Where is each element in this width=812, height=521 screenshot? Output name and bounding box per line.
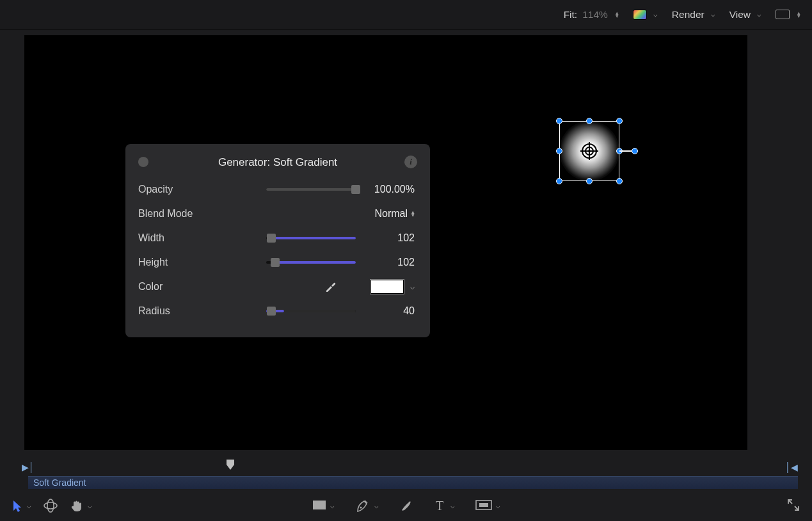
chevron-down-icon: ⌵ xyxy=(757,10,761,19)
blend-mode-row: Blend Mode Normal ▴▾ xyxy=(138,202,417,226)
svg-rect-2 xyxy=(313,501,326,509)
time-ruler[interactable]: ▶│ │◀ xyxy=(22,460,798,472)
opacity-value[interactable]: 100.00% xyxy=(356,184,417,195)
render-menu[interactable]: Render ⌵ xyxy=(672,9,715,20)
pen-tool[interactable]: ⌵ xyxy=(355,499,379,513)
opacity-row: Opacity 100.00% xyxy=(138,177,417,202)
rectangle-tool[interactable]: ⌵ xyxy=(312,500,335,511)
svg-text:T: T xyxy=(436,499,443,512)
info-icon[interactable]: i xyxy=(404,156,417,168)
out-point-marker-icon[interactable]: │◀ xyxy=(785,462,798,472)
resize-handle-ml[interactable] xyxy=(556,148,562,154)
width-row: Width 102 xyxy=(138,226,417,250)
resize-handle-tl[interactable] xyxy=(556,118,562,124)
timeline-clip[interactable]: Soft Gradient xyxy=(28,476,798,489)
fullscreen-button[interactable] xyxy=(786,498,800,512)
radius-label: Radius xyxy=(138,305,241,317)
chevron-down-icon[interactable]: ⌵ xyxy=(450,502,455,510)
opacity-label: Opacity xyxy=(138,184,241,195)
height-slider[interactable] xyxy=(266,261,356,264)
text-tool[interactable]: T ⌵ xyxy=(434,499,455,512)
svg-point-3 xyxy=(360,507,362,509)
canvas-toolbar: ⌵ ⌵ ⌵ ⌵ T ⌵ ⌵ xyxy=(0,490,812,521)
chevron-down-icon[interactable]: ⌵ xyxy=(374,502,379,510)
render-label: Render xyxy=(672,9,705,20)
resize-handle-bl[interactable] xyxy=(556,178,562,184)
color-channels-menu[interactable]: ⌵ xyxy=(633,10,658,20)
in-point-marker-icon[interactable]: ▶│ xyxy=(22,462,35,472)
chevron-down-icon[interactable]: ⌵ xyxy=(88,502,92,510)
width-label: Width xyxy=(138,232,241,244)
color-row: Color ⌵ xyxy=(138,275,417,299)
3d-transform-tool[interactable] xyxy=(43,499,58,513)
hud-header[interactable]: Generator: Soft Gradient i xyxy=(138,153,417,172)
hud-title: Generator: Soft Gradient xyxy=(218,156,337,169)
opacity-slider[interactable] xyxy=(266,188,356,191)
chevron-down-icon[interactable]: ⌵ xyxy=(496,502,500,510)
canvas-area: Generator: Soft Gradient i Opacity 100.0… xyxy=(0,30,812,458)
view-label: View xyxy=(729,9,751,20)
svg-rect-6 xyxy=(479,503,488,507)
resize-handle-tr[interactable] xyxy=(616,118,623,124)
resize-handle-br[interactable] xyxy=(616,178,623,184)
stepper-icon: ▴▾ xyxy=(616,12,619,18)
height-row: Height 102 xyxy=(138,250,417,275)
chevron-down-icon[interactable]: ⌵ xyxy=(27,502,31,510)
mask-tool[interactable]: ⌵ xyxy=(475,500,500,511)
radius-value[interactable]: 40 xyxy=(356,305,417,317)
radius-slider[interactable] xyxy=(266,310,356,312)
pan-tool[interactable]: ⌵ xyxy=(70,499,92,513)
blend-mode-select[interactable]: Normal ▴▾ xyxy=(374,208,415,220)
hud-panel[interactable]: Generator: Soft Gradient i Opacity 100.0… xyxy=(125,144,430,337)
width-slider[interactable] xyxy=(266,237,356,239)
mini-timeline: ▶│ │◀ Soft Gradient xyxy=(0,458,812,490)
blend-mode-value: Normal xyxy=(374,208,408,220)
chevron-down-icon: ⌵ xyxy=(653,10,658,19)
zoom-control[interactable]: Fit: 114% ▴▾ xyxy=(564,9,619,20)
hud-close-dot[interactable] xyxy=(138,157,148,167)
svg-point-0 xyxy=(44,502,57,509)
blend-mode-label: Blend Mode xyxy=(138,208,241,220)
color-label: Color xyxy=(138,281,241,293)
playhead[interactable] xyxy=(225,460,235,471)
chevron-down-icon: ⌵ xyxy=(711,10,715,19)
paint-stroke-tool[interactable] xyxy=(399,499,413,513)
radius-row: Radius 40 xyxy=(138,299,417,323)
viewer-top-bar: Fit: 114% ▴▾ ⌵ Render ⌵ View ⌵ ▴▾ xyxy=(0,0,812,29)
resize-handle-tm[interactable] xyxy=(586,118,593,124)
aspect-menu[interactable]: ▴▾ xyxy=(776,10,800,19)
selected-object[interactable] xyxy=(559,121,619,181)
chevron-down-icon[interactable]: ⌵ xyxy=(330,502,335,510)
stepper-icon: ▴▾ xyxy=(411,211,415,217)
zoom-value: 114% xyxy=(582,9,608,20)
height-value[interactable]: 102 xyxy=(356,257,417,268)
chevron-down-icon[interactable]: ⌵ xyxy=(410,282,415,291)
stepper-icon: ▴▾ xyxy=(797,12,800,18)
eyedropper-icon[interactable] xyxy=(324,280,337,294)
view-menu[interactable]: View ⌵ xyxy=(729,9,761,20)
svg-point-1 xyxy=(47,499,54,512)
clip-name: Soft Gradient xyxy=(28,477,798,488)
fit-label: Fit: xyxy=(564,9,578,20)
select-tool[interactable]: ⌵ xyxy=(12,499,31,512)
height-label: Height xyxy=(138,257,241,268)
gradient-swatch-icon xyxy=(633,10,647,20)
bounding-box xyxy=(559,121,619,181)
resize-handle-bm[interactable] xyxy=(586,178,593,184)
color-well[interactable] xyxy=(370,280,404,294)
rotation-handle[interactable] xyxy=(632,148,638,154)
rectangle-icon xyxy=(776,10,790,19)
width-value[interactable]: 102 xyxy=(356,232,417,244)
